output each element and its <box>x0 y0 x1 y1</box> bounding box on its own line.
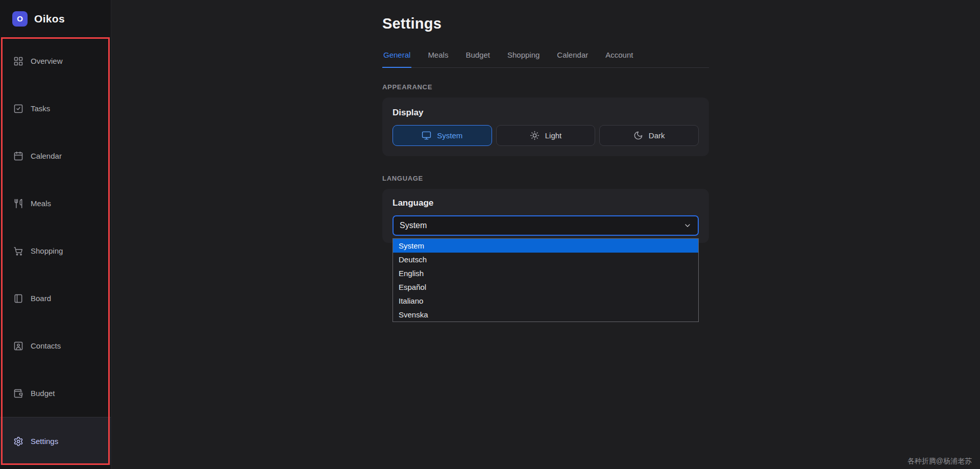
watermark-text: 各种折腾@杨浦老苏 <box>908 457 972 466</box>
app-logo-icon: O <box>12 11 28 27</box>
app-title: Oikos <box>34 13 65 25</box>
sidebar-item-shopping[interactable]: Shopping <box>0 227 111 275</box>
sidebar-item-settings[interactable]: Settings <box>0 417 111 465</box>
display-option-label: System <box>437 131 462 140</box>
display-option-label: Light <box>545 131 562 140</box>
display-options: SystemLightDark <box>393 125 699 146</box>
language-option-italiano[interactable]: Italiano <box>393 294 698 308</box>
sidebar-item-label: Calendar <box>31 152 62 160</box>
settings-tabs: GeneralMealsBudgetShoppingCalendarAccoun… <box>382 46 709 68</box>
sidebar-nav: OverviewTasksCalendarMealsShoppingBoardC… <box>0 37 111 469</box>
sidebar: O Oikos OverviewTasksCalendarMealsShoppi… <box>0 0 111 469</box>
sidebar-item-calendar[interactable]: Calendar <box>0 132 111 180</box>
appearance-card: Display SystemLightDark <box>382 97 709 156</box>
app-logo[interactable]: O Oikos <box>0 0 111 37</box>
sidebar-item-label: Meals <box>31 199 51 208</box>
tab-shopping[interactable]: Shopping <box>506 46 541 67</box>
display-option-system[interactable]: System <box>393 125 492 146</box>
moon-icon <box>633 131 643 140</box>
tasks-check-icon <box>13 104 23 114</box>
main-content: Settings GeneralMealsBudgetShoppingCalen… <box>111 0 980 469</box>
sidebar-item-contacts[interactable]: Contacts <box>0 322 111 369</box>
grid-icon <box>13 56 23 66</box>
utensils-icon <box>13 199 23 209</box>
language-section: LANGUAGE Language System SystemDeutschEn… <box>382 175 709 243</box>
sidebar-item-label: Overview <box>31 57 63 65</box>
sidebar-item-label: Shopping <box>31 246 63 255</box>
sidebar-item-label: Tasks <box>31 104 50 113</box>
sidebar-item-budget[interactable]: Budget <box>0 369 111 417</box>
language-option-espa-ol[interactable]: Español <box>393 280 698 294</box>
display-option-light[interactable]: Light <box>496 125 596 146</box>
display-option-dark[interactable]: Dark <box>599 125 699 146</box>
page-title: Settings <box>382 15 709 32</box>
settings-page: Settings GeneralMealsBudgetShoppingCalen… <box>382 0 709 243</box>
monitor-icon <box>422 131 431 140</box>
sun-icon <box>530 131 540 140</box>
tab-meals[interactable]: Meals <box>427 46 449 67</box>
language-select-value: System <box>400 221 427 230</box>
chevron-down-icon <box>683 221 692 230</box>
language-dropdown: SystemDeutschEnglishEspañolItalianoSvens… <box>393 238 699 322</box>
display-field-label: Display <box>393 108 699 118</box>
display-option-label: Dark <box>649 131 665 140</box>
shopping-cart-icon <box>13 246 23 256</box>
sidebar-item-label: Board <box>31 294 51 303</box>
tab-calendar[interactable]: Calendar <box>556 46 589 67</box>
settings-gear-icon <box>13 436 23 447</box>
sidebar-item-board[interactable]: Board <box>0 275 111 322</box>
sidebar-item-overview[interactable]: Overview <box>0 37 111 85</box>
contacts-icon <box>13 341 23 351</box>
section-label-language: LANGUAGE <box>382 175 709 182</box>
language-option-svenska[interactable]: Svenska <box>393 308 698 322</box>
language-option-english[interactable]: English <box>393 266 698 280</box>
sidebar-item-label: Settings <box>31 437 58 446</box>
language-select-wrap: System SystemDeutschEnglishEspañolItalia… <box>393 215 699 236</box>
sidebar-item-meals[interactable]: Meals <box>0 180 111 227</box>
language-card: Language System SystemDeutschEnglishEspa… <box>382 189 709 243</box>
section-label-appearance: APPEARANCE <box>382 83 709 91</box>
app-root: O Oikos OverviewTasksCalendarMealsShoppi… <box>0 0 980 469</box>
appearance-section: APPEARANCE Display SystemLightDark <box>382 83 709 156</box>
calendar-icon <box>13 151 23 161</box>
tab-account[interactable]: Account <box>604 46 634 67</box>
sidebar-item-tasks[interactable]: Tasks <box>0 85 111 132</box>
board-icon <box>13 293 23 304</box>
tab-general[interactable]: General <box>382 46 411 68</box>
sidebar-item-label: Budget <box>31 389 55 398</box>
sidebar-item-label: Contacts <box>31 341 61 350</box>
language-select[interactable]: System <box>393 215 699 236</box>
language-option-system[interactable]: System <box>393 239 698 253</box>
language-field-label: Language <box>393 198 699 208</box>
tab-budget[interactable]: Budget <box>464 46 491 67</box>
wallet-icon <box>13 388 23 399</box>
language-option-deutsch[interactable]: Deutsch <box>393 253 698 266</box>
